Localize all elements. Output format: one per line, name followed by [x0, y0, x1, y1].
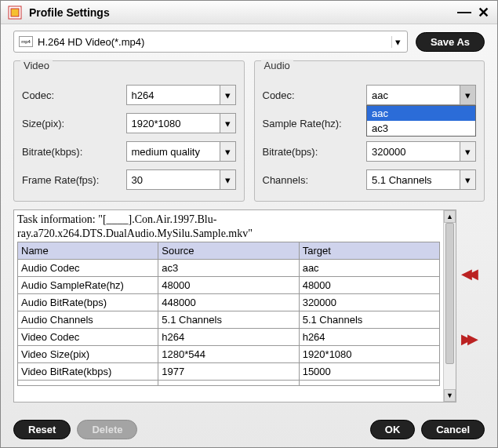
chevron-down-icon: ▾	[220, 142, 235, 161]
col-name: Name	[18, 242, 158, 260]
profile-settings-window: Profile Settings — ✕ mp4 H.264 HD Video(…	[0, 0, 498, 448]
audio-channels-select[interactable]: 5.1 Channels▾	[366, 169, 476, 190]
profile-format-label: H.264 HD Video(*.mp4)	[38, 36, 144, 48]
chevron-down-icon: ▾	[220, 86, 235, 104]
audio-codec-dropdown: aac ac3	[366, 105, 476, 137]
table-row: Audio Codecac3aac	[18, 260, 440, 277]
video-fps-select[interactable]: 30▾	[126, 169, 236, 190]
titlebar: Profile Settings — ✕	[1, 1, 497, 24]
audio-codec-label: Codec:	[263, 89, 367, 101]
chevron-down-icon: ▾	[220, 114, 235, 133]
scrollbar[interactable]: ▲ ▼	[443, 210, 456, 402]
task-info-scroll: Task information: "[____].Con.Air.1997.B…	[13, 209, 456, 402]
format-icon: mp4	[19, 36, 33, 47]
video-fps-label: Frame Rate(fps):	[22, 174, 126, 186]
video-codec-select[interactable]: h264▾	[126, 85, 236, 105]
task-info-panel: Task information: "[____].Con.Air.1997.B…	[13, 209, 485, 402]
audio-samplerate-label: Sample Rate(hz):	[263, 118, 367, 129]
scroll-up-icon[interactable]: ▲	[444, 210, 456, 223]
col-target: Target	[299, 242, 439, 260]
audio-group: Audio Codec: aac▾ aac ac3 Sample Rate(hz…	[254, 60, 485, 202]
table-row: Video Size(pix)1280*5441920*1080	[18, 346, 440, 363]
video-size-select[interactable]: 1920*1080▾	[126, 113, 236, 133]
video-size-label: Size(pix):	[22, 118, 126, 129]
prev-icon[interactable]: ◀◀	[461, 265, 485, 282]
task-info-line2: ray.a720.x264.DTS.DualAudio.MySilu.Sampl…	[17, 228, 440, 240]
audio-group-title: Audio	[261, 60, 293, 71]
video-codec-label: Codec:	[22, 89, 126, 101]
save-as-button[interactable]: Save As	[416, 32, 485, 52]
profile-format-select[interactable]: mp4 H.264 HD Video(*.mp4) ▾	[13, 31, 408, 53]
chevron-down-icon: ▾	[460, 170, 475, 189]
table-row: Video Codech264h264	[18, 329, 440, 346]
nav-arrows: ◀◀ ▶▶	[461, 209, 485, 402]
audio-bitrate-select[interactable]: 320000▾	[366, 141, 476, 162]
table-row: Audio BitRate(bps)448000320000	[18, 294, 440, 311]
next-icon[interactable]: ▶▶	[461, 330, 485, 348]
video-bitrate-label: Bitrate(kbps):	[22, 146, 126, 158]
col-source: Source	[158, 242, 299, 260]
minimize-button[interactable]: —	[456, 5, 472, 20]
dropdown-option-ac3[interactable]: ac3	[367, 121, 475, 136]
scroll-thumb[interactable]	[445, 223, 454, 364]
table-row	[18, 381, 440, 386]
task-info-table: Name Source Target Audio Codecac3aac Aud…	[17, 242, 440, 386]
chevron-down-icon: ▾	[460, 86, 475, 104]
audio-bitrate-label: Bitrate(bps):	[263, 146, 367, 158]
chevron-down-icon: ▾	[391, 36, 404, 48]
profile-row: mp4 H.264 HD Video(*.mp4) ▾ Save As	[13, 31, 485, 53]
settings-columns: Video Codec: h264▾ Size(pix): 1920*1080▾…	[13, 60, 485, 202]
dropdown-option-aac[interactable]: aac	[367, 106, 475, 121]
content-area: mp4 H.264 HD Video(*.mp4) ▾ Save As Vide…	[1, 24, 497, 415]
cancel-button[interactable]: Cancel	[421, 420, 485, 439]
app-icon	[7, 5, 23, 20]
reset-button[interactable]: Reset	[13, 420, 71, 439]
table-row: Audio Channels5.1 Channels5.1 Channels	[18, 311, 440, 329]
video-bitrate-select[interactable]: medium quality▾	[126, 141, 236, 162]
close-button[interactable]: ✕	[475, 5, 491, 20]
table-row: Audio SampleRate(hz)4800048000	[18, 277, 440, 294]
audio-channels-label: Channels:	[263, 174, 367, 186]
svg-rect-1	[11, 9, 19, 16]
table-row: Video BitRate(kbps)197715000	[18, 363, 440, 381]
scroll-down-icon[interactable]: ▼	[444, 389, 456, 402]
window-title: Profile Settings	[29, 6, 453, 19]
video-group-title: Video	[20, 60, 53, 71]
task-info-content: Task information: "[____].Con.Air.1997.B…	[14, 210, 443, 402]
task-info-line1: Task information: "[____].Con.Air.1997.B…	[17, 213, 440, 226]
video-group: Video Codec: h264▾ Size(pix): 1920*1080▾…	[13, 60, 245, 202]
ok-button[interactable]: OK	[370, 420, 416, 439]
audio-codec-select[interactable]: aac▾ aac ac3	[366, 85, 476, 105]
chevron-down-icon: ▾	[220, 170, 235, 189]
footer: Reset Delete OK Cancel	[1, 415, 497, 447]
delete-button[interactable]: Delete	[77, 420, 137, 439]
table-header-row: Name Source Target	[18, 242, 440, 260]
chevron-down-icon: ▾	[460, 142, 475, 161]
